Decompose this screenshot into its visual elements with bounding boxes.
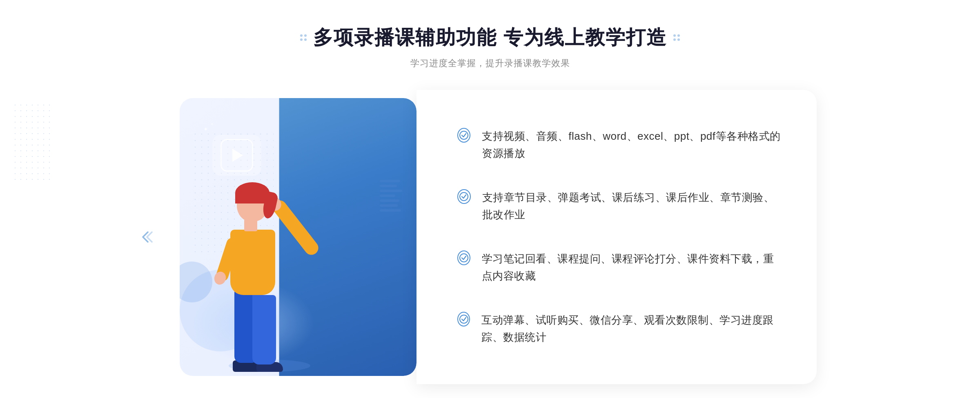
svg-point-1: [460, 192, 468, 201]
page-wrapper: 多项录播课辅助功能 专为线上教学打造 学习进度全掌握，提升录播课教学效果: [0, 0, 980, 398]
feature-item-1: 支持视频、音频、flash、word、excel、ppt、pdf等各种格式的资源…: [457, 128, 784, 162]
person-figure: [229, 135, 327, 372]
check-icon-4: [457, 312, 470, 326]
feature-text-2: 支持章节目录、弹题考试、课后练习、课后作业、章节测验、批改作业: [482, 189, 784, 223]
title-deco-left: [300, 34, 307, 41]
svg-point-0: [460, 131, 468, 139]
feature-item-3: 学习笔记回看、课程提问、课程评论打分、课件资料下载，重点内容收藏: [457, 250, 784, 284]
sparkle-star-2: ✦: [210, 122, 214, 126]
feature-item-2: 支持章节目录、弹题考试、课后练习、课后作业、章节测验、批改作业: [457, 189, 784, 223]
head: [237, 186, 268, 221]
feature-item-4: 互动弹幕、试听购买、微信分享、观看次数限制、学习进度跟踪、数据统计: [457, 312, 784, 346]
pants-right: [252, 295, 276, 364]
svg-point-3: [460, 315, 468, 323]
title-deco-right: [673, 34, 680, 41]
check-icon-2: [457, 189, 471, 204]
feature-text-3: 学习笔记回看、课程提问、课程评论打分、课件资料下载，重点内容收藏: [482, 250, 784, 284]
check-icon-3: [457, 250, 470, 265]
illustration-container: ✦ ✦: [163, 90, 425, 384]
features-panel: 支持视频、音频、flash、word、excel、ppt、pdf等各种格式的资源…: [416, 90, 817, 384]
svg-point-2: [460, 254, 468, 262]
arm-raised: [270, 197, 321, 257]
bg-dots-left: [12, 102, 53, 184]
illus-bg-card: ✦ ✦: [180, 98, 416, 376]
page-title: 多项录播课辅助功能 专为线上教学打造: [300, 25, 679, 51]
deco-stripes: [380, 180, 404, 229]
header-section: 多项录播课辅助功能 专为线上教学打造 学习进度全掌握，提升录播课教学效果: [300, 25, 679, 69]
main-content: ✦ ✦: [163, 90, 817, 384]
page-subtitle: 学习进度全掌握，提升录播课教学效果: [300, 57, 679, 69]
feature-text-1: 支持视频、音频、flash、word、excel、ppt、pdf等各种格式的资源…: [482, 128, 784, 162]
left-chevron-deco: [139, 229, 155, 245]
check-icon-1: [457, 128, 470, 143]
feature-text-4: 互动弹幕、试听购买、微信分享、观看次数限制、学习进度跟踪、数据统计: [481, 312, 784, 346]
sparkle-star: ✦: [203, 126, 208, 132]
